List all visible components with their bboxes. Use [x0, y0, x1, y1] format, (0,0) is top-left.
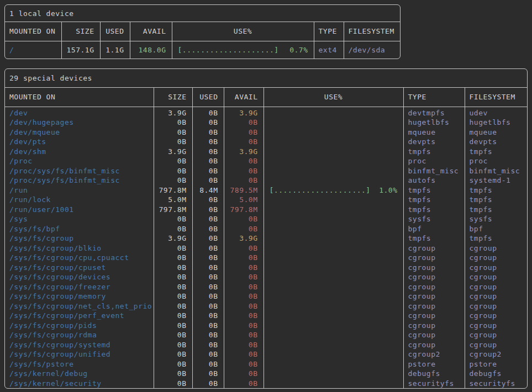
- type-cell: pstore: [403, 359, 465, 369]
- table-row: /sys/fs/cgroup/perf_event 0B 0B 0B cgrou…: [5, 311, 528, 321]
- size-cell: 0B: [154, 340, 192, 350]
- type-cell: cgroup: [403, 330, 465, 340]
- size-cell: 0B: [154, 321, 192, 331]
- filesystem-cell: systemd-1: [465, 176, 528, 186]
- size-cell: 0B: [154, 137, 192, 147]
- mount-cell: /dev/hugepages: [5, 118, 154, 128]
- used-cell: 0B: [192, 195, 224, 205]
- special-devices-title: 29 special devices: [5, 69, 527, 88]
- type-cell: tmpfs: [403, 186, 465, 195]
- avail-cell: 0B: [224, 311, 264, 321]
- usage-cell: [264, 243, 403, 253]
- mount-cell: /sys: [5, 214, 154, 224]
- table-row: /sys/kernel/debug 0B 0B 0B debugfs debug…: [5, 369, 528, 379]
- filesystem-cell: bpf: [465, 224, 528, 234]
- size-cell: 0B: [154, 349, 192, 359]
- avail-cell: 0B: [224, 166, 264, 176]
- usage-cell: [264, 369, 403, 379]
- size-cell: 0B: [154, 253, 192, 263]
- usage-cell: [264, 166, 403, 176]
- filesystem-cell: tmpfs: [465, 195, 528, 205]
- size-cell: 0B: [154, 263, 192, 273]
- usage-percent: 1.0%: [379, 186, 397, 195]
- mount-cell: /sys/fs/cgroup/systemd: [5, 340, 154, 350]
- mount-cell: /sys/fs/cgroup/blkio: [5, 243, 154, 253]
- filesystem-cell: debugfs: [465, 369, 528, 379]
- used-cell: 0B: [192, 379, 224, 389]
- type-cell: cgroup: [403, 301, 465, 311]
- avail-cell: 0B: [224, 243, 264, 253]
- avail-cell: 0B: [224, 272, 264, 282]
- used-cell: 0B: [192, 340, 224, 350]
- filesystem-cell: cgroup: [465, 292, 528, 301]
- filesystem-cell: tmpfs: [465, 234, 528, 243]
- usage-percent: 0.7%: [289, 46, 308, 54]
- type-cell: tmpfs: [403, 234, 465, 243]
- table-row: /proc/sys/fs/binfmt_misc 0B 0B 0B autofs…: [5, 176, 528, 186]
- type-cell: devpts: [403, 137, 465, 147]
- avail-cell: 0B: [224, 359, 264, 369]
- table-row: / 157.1G 1.1G 148.0G [..................…: [5, 41, 400, 59]
- size-cell: 0B: [154, 379, 192, 389]
- filesystem-cell: hugetlbfs: [465, 118, 528, 128]
- table-row: /dev 3.9G 0B 3.9G devtmpfs udev: [5, 107, 528, 118]
- filesystem-cell: tmpfs: [465, 147, 528, 157]
- type-cell: ext4: [314, 41, 344, 59]
- used-cell: 0B: [192, 214, 224, 224]
- filesystem-cell: cgroup: [465, 253, 528, 263]
- type-cell: binfmt_misc: [403, 166, 465, 176]
- table-row: /sys/fs/cgroup/devices 0B 0B 0B cgroup c…: [5, 272, 528, 282]
- mount-cell: /sys/fs/cgroup/perf_event: [5, 311, 154, 321]
- usage-cell: [264, 379, 403, 389]
- avail-cell: 0B: [224, 349, 264, 359]
- table-row: /sys/fs/cgroup/pids 0B 0B 0B cgroup cgro…: [5, 321, 528, 331]
- used-cell: 0B: [192, 330, 224, 340]
- type-cell: cgroup: [403, 321, 465, 331]
- filesystem-cell: sysfs: [465, 214, 528, 224]
- size-cell: 0B: [154, 243, 192, 253]
- used-cell: 0B: [192, 205, 224, 215]
- used-cell: 0B: [192, 292, 224, 301]
- size-cell: 3.9G: [154, 107, 192, 118]
- type-cell: cgroup2: [403, 349, 465, 359]
- used-cell: 8.4M: [192, 186, 224, 195]
- type-cell: cgroup: [403, 253, 465, 263]
- table-row: /sys/fs/bpf 0B 0B 0B bpf bpf: [5, 224, 528, 234]
- usage-cell: [264, 118, 403, 128]
- usage-cell: [264, 137, 403, 147]
- usage-cell: [264, 349, 403, 359]
- filesystem-cell: cgroup: [465, 311, 528, 321]
- mount-cell: /: [5, 41, 61, 59]
- type-cell: hugetlbfs: [403, 118, 465, 128]
- usage-cell: [264, 263, 403, 273]
- used-cell: 0B: [192, 224, 224, 234]
- type-cell: sysfs: [403, 214, 465, 224]
- filesystem-cell: tmpfs: [465, 186, 528, 195]
- used-cell: 0B: [192, 282, 224, 292]
- table-row: /dev/shm 3.9G 0B 3.9G tmpfs tmpfs: [5, 147, 528, 157]
- size-cell: 0B: [154, 292, 192, 301]
- column-header-used: USED: [192, 88, 224, 107]
- type-cell: bpf: [403, 224, 465, 234]
- size-cell: 0B: [154, 301, 192, 311]
- usage-cell: [264, 176, 403, 186]
- table-row: /sys/fs/pstore 0B 0B 0B pstore pstore: [5, 359, 528, 369]
- size-cell: 0B: [154, 176, 192, 186]
- used-cell: 0B: [192, 137, 224, 147]
- type-cell: cgroup: [403, 263, 465, 273]
- usage-cell: [264, 292, 403, 301]
- special-devices-table: MOUNTED ON SIZE USED AVAIL USE% TYPE FIL…: [5, 88, 528, 388]
- filesystem-cell: cgroup: [465, 243, 528, 253]
- used-cell: 0B: [192, 176, 224, 186]
- filesystem-cell: /dev/sda: [344, 41, 400, 59]
- type-cell: cgroup: [403, 282, 465, 292]
- type-cell: cgroup: [403, 340, 465, 350]
- filesystem-cell: cgroup: [465, 321, 528, 331]
- type-cell: debugfs: [403, 369, 465, 379]
- mount-cell: /sys/fs/cgroup/devices: [5, 272, 154, 282]
- type-cell: tmpfs: [403, 205, 465, 215]
- size-cell: 0B: [154, 214, 192, 224]
- table-row: /dev/mqueue 0B 0B 0B mqueue mqueue: [5, 128, 528, 137]
- local-devices-panel: 1 local device MOUNTED ON SIZE USED AVAI…: [4, 4, 401, 59]
- mount-cell: /sys/fs/cgroup: [5, 234, 154, 243]
